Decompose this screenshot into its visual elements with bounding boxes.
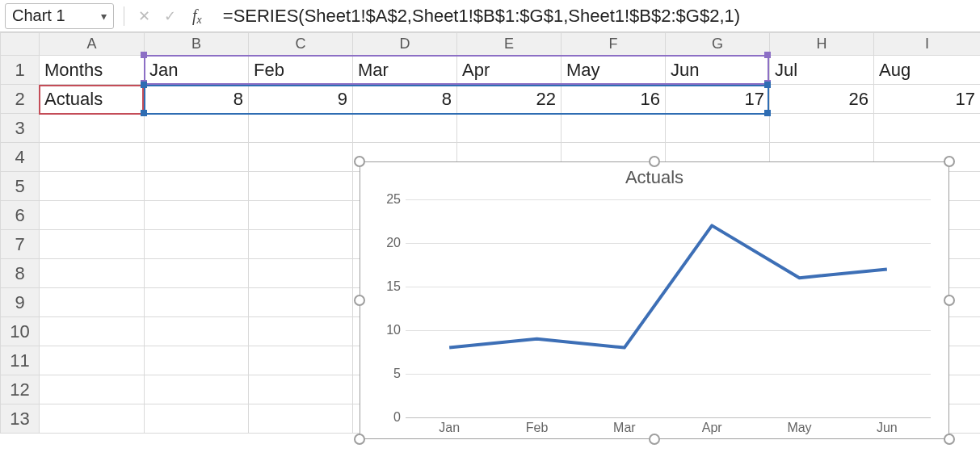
- confirm-icon[interactable]: ✓: [160, 6, 179, 26]
- cell-D2[interactable]: 8: [353, 85, 457, 114]
- cell-E2[interactable]: 22: [457, 85, 562, 114]
- col-header-E[interactable]: E: [457, 33, 562, 56]
- col-header-B[interactable]: B: [145, 33, 249, 56]
- resize-handle-n[interactable]: [649, 156, 660, 167]
- embedded-chart[interactable]: Actuals 0510152025JanFebMarAprMayJun: [360, 161, 949, 439]
- cell-H1[interactable]: Jul: [770, 56, 874, 85]
- x-tick-label: Feb: [526, 421, 549, 435]
- row-header-6[interactable]: 6: [1, 201, 40, 230]
- resize-handle-w[interactable]: [354, 295, 365, 306]
- row-header-8[interactable]: 8: [1, 259, 40, 288]
- chart-title[interactable]: Actuals: [360, 167, 948, 188]
- col-header-H[interactable]: H: [770, 33, 874, 56]
- x-tick-label: Jan: [439, 421, 460, 435]
- col-header-F[interactable]: F: [562, 33, 666, 56]
- cell-C2[interactable]: 9: [249, 85, 353, 114]
- row-header-9[interactable]: 9: [1, 288, 40, 317]
- y-tick-label: 15: [378, 279, 401, 294]
- y-tick-label: 10: [378, 323, 401, 337]
- cell-E1[interactable]: Apr: [457, 56, 562, 85]
- resize-handle-nw[interactable]: [354, 156, 365, 167]
- col-header-I[interactable]: I: [874, 33, 981, 56]
- cell-G1[interactable]: Jun: [666, 56, 770, 85]
- row-header-13[interactable]: 13: [1, 404, 40, 434]
- cell-B2[interactable]: 8: [145, 85, 249, 114]
- fx-icon[interactable]: fx: [186, 6, 205, 25]
- col-header-D[interactable]: D: [353, 33, 457, 56]
- row-header-11[interactable]: 11: [1, 346, 40, 375]
- name-box[interactable]: Chart 1 ▾: [5, 3, 114, 29]
- cancel-icon[interactable]: ✕: [134, 6, 154, 26]
- row-header-12[interactable]: 12: [1, 375, 40, 404]
- col-header-C[interactable]: C: [249, 33, 353, 56]
- row-header-5[interactable]: 5: [1, 172, 40, 201]
- resize-handle-s[interactable]: [649, 434, 660, 445]
- cell-F2[interactable]: 16: [562, 85, 666, 114]
- row-header-10[interactable]: 10: [1, 317, 40, 346]
- row-header-4[interactable]: 4: [1, 143, 40, 172]
- separator: [124, 6, 124, 26]
- row-header-7[interactable]: 7: [1, 230, 40, 259]
- formula-input[interactable]: =SERIES(Sheet1!$A$2,Sheet1!$B$1:$G$1,She…: [212, 6, 975, 27]
- col-header-A[interactable]: A: [40, 33, 145, 56]
- chevron-down-icon[interactable]: ▾: [101, 10, 107, 23]
- formula-bar-row: Chart 1 ▾ ✕ ✓ fx =SERIES(Sheet1!$A$2,She…: [0, 0, 980, 32]
- cell-I2[interactable]: 17: [874, 85, 981, 114]
- column-header-row: A B C D E F G H I: [1, 33, 981, 56]
- cell-I1[interactable]: Aug: [874, 56, 981, 85]
- y-tick-label: 0: [378, 410, 401, 425]
- x-tick-label: Jun: [877, 421, 898, 435]
- select-all-corner[interactable]: [1, 33, 40, 56]
- resize-handle-se[interactable]: [944, 434, 955, 445]
- x-tick-label: May: [787, 421, 811, 435]
- row-header-1[interactable]: 1: [1, 56, 40, 85]
- cell-C1[interactable]: Feb: [249, 56, 353, 85]
- cell-D1[interactable]: Mar: [353, 56, 457, 85]
- cell-H2[interactable]: 26: [770, 85, 874, 114]
- col-header-G[interactable]: G: [666, 33, 770, 56]
- y-tick-label: 25: [378, 192, 401, 207]
- resize-handle-sw[interactable]: [354, 434, 365, 445]
- row-header-3[interactable]: 3: [1, 114, 40, 143]
- cell-F1[interactable]: May: [562, 56, 666, 85]
- row-header-2[interactable]: 2: [1, 85, 40, 114]
- cell-A2[interactable]: Actuals: [40, 85, 145, 114]
- cell-A1[interactable]: Months: [40, 56, 145, 85]
- cell-B1[interactable]: Jan: [145, 56, 249, 85]
- x-tick-label: Mar: [613, 421, 636, 435]
- gridline: [406, 417, 931, 418]
- y-tick-label: 5: [378, 367, 401, 381]
- chart-series-line[interactable]: [406, 199, 931, 417]
- row-3-cells[interactable]: [40, 114, 981, 143]
- y-tick-label: 20: [378, 236, 401, 250]
- x-tick-label: Apr: [702, 421, 722, 435]
- chart-plot-area[interactable]: 0510152025JanFebMarAprMayJun: [378, 199, 934, 417]
- resize-handle-ne[interactable]: [944, 156, 955, 167]
- cell-G2[interactable]: 17: [666, 85, 770, 114]
- name-box-value: Chart 1: [12, 6, 101, 25]
- resize-handle-e[interactable]: [944, 295, 955, 306]
